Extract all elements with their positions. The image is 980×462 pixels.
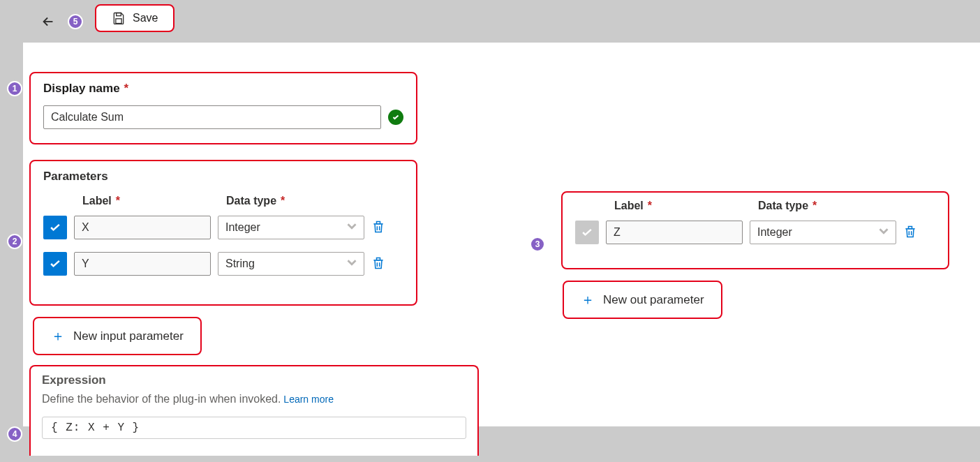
- add-out-parameter-button[interactable]: ＋ New out parameter: [563, 281, 722, 319]
- expression-section: Expression Define the behavior of the pl…: [29, 365, 479, 456]
- callout-badge-5: 5: [68, 14, 83, 29]
- col-header-datatype: Data type*: [226, 195, 373, 207]
- save-icon: [112, 11, 126, 25]
- param-label-input[interactable]: [74, 252, 211, 276]
- expression-learn-more-link[interactable]: Learn more: [283, 394, 334, 405]
- param-label-input[interactable]: [74, 216, 211, 239]
- display-name-label-row: Display name*: [43, 82, 403, 96]
- svg-rect-1: [116, 19, 121, 24]
- trash-icon: [371, 220, 385, 234]
- add-input-parameter-label: New input parameter: [73, 329, 184, 343]
- output-parameters-section: Label* Data type* Integer: [561, 191, 949, 269]
- back-button[interactable]: [38, 12, 58, 31]
- svg-rect-0: [117, 13, 121, 16]
- display-name-label: Display name: [43, 82, 120, 95]
- col-header-datatype-text: Data type: [226, 195, 276, 207]
- trash-icon: [371, 256, 385, 270]
- param-datatype-select[interactable]: Integer: [218, 216, 364, 239]
- expression-hint: Define the behavior of the plug-in when …: [42, 393, 281, 405]
- col-header-label-text: Label: [614, 200, 644, 211]
- save-button[interactable]: Save: [95, 4, 175, 32]
- delete-param-button[interactable]: [371, 256, 385, 272]
- delete-param-button[interactable]: [371, 220, 385, 236]
- callout-badge-1: 1: [7, 81, 22, 96]
- col-header-label-text: Label: [82, 195, 112, 207]
- param-datatype-select[interactable]: String: [218, 252, 364, 276]
- save-button-label: Save: [133, 12, 158, 24]
- param-checkbox[interactable]: [43, 216, 67, 239]
- delete-param-button[interactable]: [903, 225, 917, 241]
- required-asterisk: *: [116, 195, 120, 207]
- callout-badge-4: 4: [7, 426, 22, 442]
- param-checkbox[interactable]: [43, 252, 67, 276]
- col-header-label: Label*: [614, 200, 758, 212]
- back-arrow-icon: [40, 14, 56, 29]
- add-input-parameter-button[interactable]: ＋ New input parameter: [33, 317, 202, 355]
- param-label-input[interactable]: [606, 221, 743, 244]
- col-header-datatype-text: Data type: [758, 200, 808, 211]
- col-header-datatype: Data type*: [758, 200, 905, 212]
- required-asterisk: *: [281, 195, 285, 207]
- check-icon: [580, 225, 594, 239]
- chevron-down-icon: [344, 218, 359, 237]
- add-out-parameter-label: New out parameter: [603, 293, 704, 307]
- display-name-input[interactable]: [43, 105, 381, 129]
- chevron-down-icon: [876, 223, 891, 241]
- input-parameters-section: Parameters Label* Data type* Integer Str…: [29, 160, 417, 306]
- valid-check-icon: [388, 110, 403, 125]
- expression-code-input[interactable]: { Z: X + Y }: [42, 417, 466, 439]
- display-name-section: Display name*: [29, 72, 417, 144]
- check-icon: [48, 221, 62, 234]
- plus-icon: ＋: [581, 290, 595, 309]
- expression-heading: Expression: [42, 373, 466, 387]
- col-header-label: Label*: [82, 195, 226, 207]
- param-datatype-value: String: [225, 258, 255, 269]
- param-checkbox-disabled: [575, 221, 599, 244]
- trash-icon: [903, 225, 917, 239]
- callout-badge-3: 3: [530, 237, 545, 252]
- parameters-heading: Parameters: [43, 170, 406, 184]
- param-datatype-value: Integer: [757, 226, 792, 238]
- required-asterisk: *: [648, 200, 652, 211]
- required-asterisk: *: [124, 82, 129, 95]
- chevron-down-icon: [344, 255, 359, 273]
- check-icon: [48, 257, 62, 271]
- param-datatype-select[interactable]: Integer: [750, 221, 896, 244]
- required-asterisk: *: [812, 200, 817, 211]
- plus-icon: ＋: [51, 327, 65, 345]
- param-datatype-value: Integer: [225, 221, 260, 233]
- callout-badge-2: 2: [7, 234, 22, 249]
